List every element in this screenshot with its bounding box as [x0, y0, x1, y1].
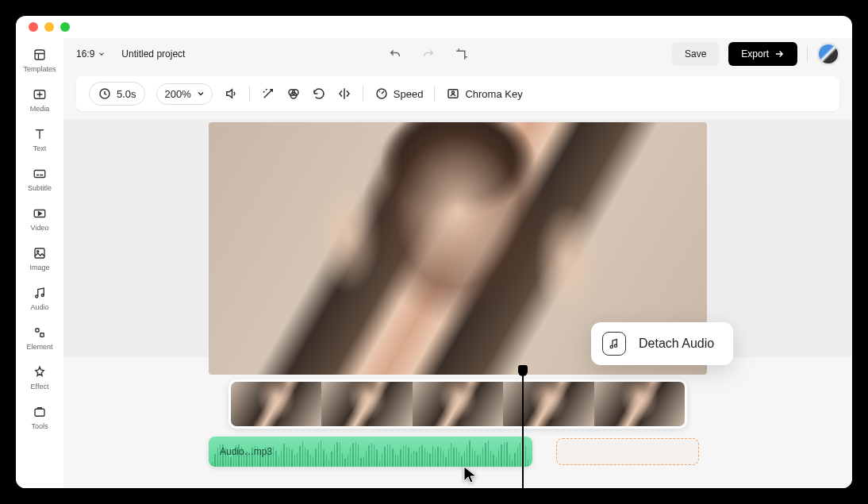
clock-icon	[98, 87, 112, 101]
svg-rect-0	[35, 50, 44, 60]
flip-icon[interactable]	[337, 87, 351, 101]
clip-thumbnail	[503, 382, 593, 426]
text-icon	[33, 127, 47, 141]
divider	[434, 86, 435, 102]
video-icon	[33, 206, 47, 221]
chevron-down-icon	[98, 50, 106, 58]
templates-icon	[33, 48, 47, 62]
rotate-icon[interactable]	[312, 87, 326, 101]
image-icon	[33, 246, 47, 260]
media-icon	[33, 87, 47, 102]
context-menu-item-detach-audio[interactable]: Detach Audio	[639, 337, 714, 351]
zoom-value: 200%	[165, 88, 191, 100]
detach-audio-icon-box	[602, 332, 626, 356]
sidebar-item-label: Templates	[23, 65, 56, 73]
crop-icon[interactable]	[455, 47, 469, 61]
sidebar-item-label: Media	[30, 105, 50, 113]
clip-thumbnail	[413, 382, 503, 426]
sidebar-item-label: Element	[26, 343, 52, 351]
window-titlebar	[16, 16, 852, 38]
audio-icon	[33, 286, 47, 300]
aspect-ratio-value: 16:9	[76, 48, 94, 60]
sidebar-item-templates[interactable]: Templates	[23, 48, 56, 73]
sidebar-item-audio[interactable]: Audio	[30, 286, 48, 311]
svg-rect-1	[34, 171, 45, 178]
playhead[interactable]	[522, 367, 524, 488]
sidebar-item-video[interactable]: Video	[31, 206, 49, 232]
minimize-window-icon[interactable]	[44, 22, 54, 32]
sidebar-item-image[interactable]: Image	[29, 246, 49, 271]
user-avatar[interactable]	[817, 43, 839, 65]
sidebar-item-text[interactable]: Text	[33, 127, 47, 152]
content-area: 16:9 Untitled project Save Export	[63, 38, 852, 488]
magic-wand-icon[interactable]	[261, 87, 275, 101]
clip-toolbar: 5.0s 200% Speed	[76, 76, 839, 111]
audio-clip-name: Audio…mp3	[220, 446, 272, 457]
duration-chip[interactable]: 5.0s	[89, 82, 145, 106]
clip-thumbnail	[231, 382, 321, 426]
app-window: Templates Media Text Subtitle Video Imag…	[16, 16, 852, 488]
svg-rect-9	[35, 409, 44, 416]
speed-label: Speed	[394, 88, 424, 100]
element-icon	[33, 325, 47, 340]
sidebar-item-effect[interactable]: Effect	[31, 365, 49, 391]
zoom-select[interactable]: 200%	[156, 83, 213, 105]
arrow-right-icon	[774, 48, 785, 60]
sidebar-item-subtitle[interactable]: Subtitle	[28, 167, 52, 192]
sidebar-item-label: Tools	[31, 422, 48, 430]
project-name[interactable]: Untitled project	[121, 48, 185, 60]
chroma-key-icon	[446, 87, 460, 101]
sidebar-item-tools[interactable]: Tools	[31, 405, 48, 430]
sidebar-item-label: Video	[31, 224, 49, 232]
redo-icon[interactable]	[421, 47, 436, 61]
topbar-right: Save Export	[672, 42, 839, 66]
svg-point-16	[452, 91, 455, 94]
chevron-down-icon	[196, 89, 205, 98]
sidebar-item-media[interactable]: Media	[30, 87, 50, 113]
sidebar-item-label: Text	[33, 144, 47, 152]
svg-point-7	[36, 329, 40, 333]
clip-thumbnail	[321, 382, 412, 426]
timeline: Audio…mp3	[209, 379, 707, 467]
divider	[363, 86, 363, 102]
cursor-icon	[463, 465, 478, 487]
music-note-icon	[608, 337, 620, 350]
color-filter-icon[interactable]	[286, 87, 301, 101]
audio-clip[interactable]: Audio…mp3	[209, 437, 532, 467]
speed-button[interactable]: Speed	[374, 87, 424, 101]
topbar-center	[201, 47, 656, 61]
divider	[807, 46, 808, 62]
video-track-clip[interactable]	[229, 379, 687, 429]
context-menu: Detach Audio	[591, 322, 733, 365]
volume-icon[interactable]	[224, 87, 238, 101]
effect-icon	[33, 365, 47, 379]
aspect-ratio-select[interactable]: 16:9	[76, 48, 106, 60]
export-button[interactable]: Export	[728, 42, 797, 66]
chroma-key-button[interactable]: Chroma Key	[446, 87, 522, 101]
subtitle-icon	[33, 167, 47, 181]
svg-point-6	[41, 294, 44, 297]
sidebar-item-element[interactable]: Element	[26, 325, 52, 351]
duration-value: 5.0s	[117, 88, 136, 100]
clip-thumbnail	[594, 382, 685, 426]
svg-rect-8	[40, 333, 44, 337]
export-label: Export	[741, 48, 769, 60]
sidebar-item-label: Audio	[30, 303, 48, 311]
chroma-key-label: Chroma Key	[465, 88, 522, 100]
canvas-area: Audio…mp3	[63, 119, 852, 488]
undo-icon[interactable]	[388, 47, 402, 61]
sidebar-item-label: Effect	[31, 383, 49, 391]
svg-point-4	[37, 251, 39, 252]
sidebar-item-label: Subtitle	[28, 184, 52, 192]
empty-clip-placeholder[interactable]	[556, 438, 699, 465]
speed-icon	[374, 87, 389, 101]
maximize-window-icon[interactable]	[60, 22, 70, 32]
audio-track-row: Audio…mp3	[209, 437, 707, 467]
close-window-icon[interactable]	[29, 22, 38, 32]
save-button[interactable]: Save	[672, 42, 719, 66]
sidebar: Templates Media Text Subtitle Video Imag…	[16, 38, 63, 488]
tools-icon	[33, 405, 47, 419]
svg-point-5	[36, 295, 38, 298]
main-area: Templates Media Text Subtitle Video Imag…	[16, 38, 852, 488]
topbar: 16:9 Untitled project Save Export	[63, 38, 852, 70]
